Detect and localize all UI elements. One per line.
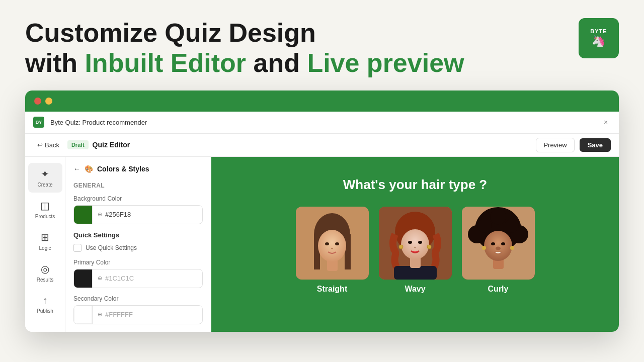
svg-point-13 bbox=[408, 241, 412, 244]
app-titlebar: BY Byte Quiz: Product recommender × bbox=[25, 112, 619, 134]
hero-section: Customize Quiz Design with Inbuilt Edito… bbox=[0, 0, 644, 90]
logo-badge: BYTE 🦄 bbox=[579, 18, 619, 58]
bg-color-swatch[interactable] bbox=[74, 206, 92, 224]
toolbar-editor-title: Quiz Editor bbox=[93, 141, 130, 149]
hero-title-line1: Customize Quiz Design bbox=[25, 18, 316, 47]
primary-color-label: Primary Color bbox=[73, 259, 203, 266]
save-button[interactable]: Save bbox=[580, 138, 611, 152]
close-button[interactable]: × bbox=[601, 117, 611, 127]
back-arrow-icon: ↩ bbox=[37, 141, 43, 149]
bg-color-value[interactable]: #256F18 bbox=[105, 211, 131, 218]
quiz-options: Straight bbox=[296, 207, 535, 294]
use-quick-settings-checkbox[interactable] bbox=[73, 244, 82, 252]
bg-color-field: ⊕ #256F18 bbox=[73, 205, 203, 224]
draft-badge: Draft bbox=[67, 140, 89, 149]
toolbar-right: Preview Save bbox=[536, 138, 611, 152]
option-image-curly bbox=[462, 207, 535, 280]
browser-topbar bbox=[25, 90, 619, 112]
link-icon: ⊕ bbox=[98, 211, 102, 218]
svg-point-28 bbox=[496, 246, 501, 250]
secondary-color-swatch[interactable] bbox=[74, 306, 92, 324]
browser-window: BY Byte Quiz: Product recommender × ↩ Ba… bbox=[25, 90, 619, 332]
option-image-straight bbox=[296, 207, 369, 280]
quick-settings-section: Quick Settings Use Quick Settings bbox=[73, 231, 203, 252]
svg-point-6 bbox=[325, 242, 329, 245]
option-label-wavy: Wavy bbox=[405, 285, 425, 294]
svg-point-29 bbox=[482, 246, 486, 250]
svg-point-16 bbox=[427, 245, 431, 249]
general-section-label: General bbox=[73, 182, 203, 189]
svg-point-30 bbox=[510, 246, 514, 250]
hero-title-line2-prefix: with bbox=[25, 48, 85, 77]
palette-icon: 🎨 bbox=[85, 165, 93, 173]
sidebar-item-results[interactable]: ◎ Results bbox=[28, 258, 62, 288]
option-label-straight: Straight bbox=[317, 285, 347, 294]
sidebar-item-create[interactable]: ✦ Create bbox=[28, 163, 62, 193]
svg-point-26 bbox=[491, 242, 495, 245]
secondary-color-input-wrapper: ⊕ #FFFFFF bbox=[93, 311, 202, 318]
dot-green bbox=[56, 98, 63, 105]
quiz-option-curly[interactable]: Curly bbox=[462, 207, 535, 294]
panel-header: ← 🎨 Colors & Styles bbox=[73, 165, 203, 173]
create-icon: ✦ bbox=[41, 168, 49, 180]
answer-bg-color-label: Answer Background Color bbox=[73, 331, 203, 332]
preview-button[interactable]: Preview bbox=[536, 138, 574, 152]
logic-icon: ⊞ bbox=[41, 231, 49, 243]
dot-red bbox=[34, 98, 41, 105]
quiz-option-wavy[interactable]: Wavy bbox=[379, 207, 452, 294]
bg-color-label: Background Color bbox=[73, 195, 203, 202]
svg-rect-3 bbox=[345, 234, 351, 269]
products-icon: ◫ bbox=[40, 200, 50, 212]
svg-point-21 bbox=[477, 219, 492, 233]
primary-color-swatch[interactable] bbox=[74, 269, 92, 288]
svg-point-14 bbox=[418, 241, 422, 244]
app-toolbar: ↩ Back Draft Quiz Editor Preview Save bbox=[25, 134, 619, 157]
quick-settings-title: Quick Settings bbox=[73, 231, 203, 239]
svg-rect-10 bbox=[394, 266, 437, 280]
quiz-preview: What's your hair type ? bbox=[211, 157, 619, 332]
sidebar-label-results: Results bbox=[37, 277, 53, 283]
sidebar-item-publish[interactable]: ↑ Publish bbox=[28, 290, 62, 319]
logo-text: BYTE 🦄 bbox=[590, 28, 607, 48]
back-button[interactable]: ↩ Back bbox=[33, 139, 63, 151]
sidebar-label-create: Create bbox=[37, 182, 52, 188]
use-quick-settings-label: Use Quick Settings bbox=[86, 244, 137, 251]
svg-point-23 bbox=[490, 209, 506, 225]
app-icon: BY bbox=[33, 117, 44, 128]
sidebar-item-logic[interactable]: ⊞ Logic bbox=[28, 226, 62, 256]
sidebar-item-products[interactable]: ◫ Products bbox=[28, 195, 62, 224]
panel-back-icon[interactable]: ← bbox=[73, 165, 80, 173]
colors-panel: ← 🎨 Colors & Styles General Background C… bbox=[65, 157, 211, 332]
primary-color-field: ⊕ #1C1C1C bbox=[73, 269, 203, 288]
primary-link-icon: ⊕ bbox=[98, 275, 102, 282]
secondary-color-value[interactable]: #FFFFFF bbox=[105, 311, 133, 318]
primary-color-input-wrapper: ⊕ #1C1C1C bbox=[93, 275, 202, 282]
sidebar-label-logic: Logic bbox=[39, 245, 51, 251]
svg-point-7 bbox=[335, 242, 339, 245]
dot-yellow bbox=[45, 98, 52, 105]
option-image-wavy bbox=[379, 207, 452, 280]
hero-title: Customize Quiz Design with Inbuilt Edito… bbox=[25, 18, 619, 78]
app-title-text: Byte Quiz: Product recommender bbox=[50, 119, 147, 126]
publish-icon: ↑ bbox=[43, 295, 48, 306]
svg-point-12 bbox=[401, 229, 429, 259]
svg-point-22 bbox=[505, 219, 519, 233]
bg-color-input-wrapper: ⊕ #256F18 bbox=[93, 211, 202, 218]
app-window: BY Byte Quiz: Product recommender × ↩ Ba… bbox=[25, 112, 619, 332]
quiz-question: What's your hair type ? bbox=[343, 177, 487, 193]
svg-point-27 bbox=[501, 242, 505, 245]
secondary-color-label: Secondary Color bbox=[73, 295, 203, 302]
sidebar-label-publish: Publish bbox=[37, 308, 53, 314]
option-label-curly: Curly bbox=[488, 285, 509, 294]
results-icon: ◎ bbox=[41, 263, 49, 275]
quiz-option-straight[interactable]: Straight bbox=[296, 207, 369, 294]
secondary-link-icon: ⊕ bbox=[98, 311, 102, 318]
hero-title-live-preview: Live preview bbox=[307, 48, 464, 77]
hero-title-and: and bbox=[246, 48, 307, 77]
sidebar-label-products: Products bbox=[35, 214, 55, 219]
primary-color-value[interactable]: #1C1C1C bbox=[105, 275, 134, 282]
svg-point-25 bbox=[484, 231, 512, 261]
back-label: Back bbox=[45, 141, 59, 149]
hero-title-inbuilt-editor: Inbuilt Editor bbox=[85, 48, 246, 77]
app-main: ✦ Create ◫ Products ⊞ Logic ◎ Results ↑ bbox=[25, 157, 619, 332]
